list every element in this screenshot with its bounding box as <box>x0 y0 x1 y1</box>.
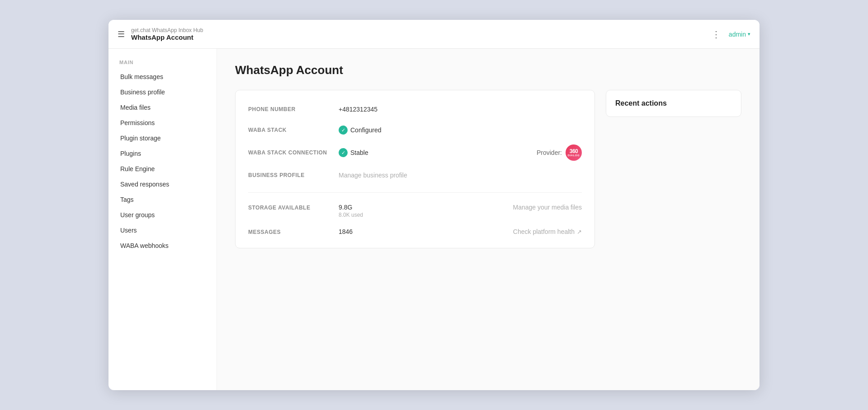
storage-value: 9.8G <box>339 204 363 211</box>
page-name: WhatsApp Account <box>131 33 203 41</box>
sidebar-section-label: MAIN <box>116 60 209 65</box>
configured-icon: ✓ <box>339 126 348 135</box>
hamburger-icon[interactable]: ☰ <box>118 30 125 38</box>
storage-row: Storage available 9.8G 8.0K used Manage … <box>248 204 582 218</box>
waba-connection-status: ✓ Stable <box>339 148 368 157</box>
header-right: ⋮ admin <box>712 29 750 40</box>
business-profile-row: Business Profile Manage business profile <box>248 169 582 182</box>
waba-stack-value: ✓ Configured <box>339 126 382 135</box>
provider-logo: 360 DIALOG <box>566 144 582 161</box>
sidebar-item-waba-webhooks[interactable]: WABA webhooks <box>116 238 209 253</box>
stable-icon: ✓ <box>339 148 348 157</box>
messages-row: Messages 1846 Check platform health ↗ <box>248 228 582 235</box>
waba-stack-row: WABA Stack ✓ Configured <box>248 124 582 136</box>
main-content: WhatsApp Account PHONE NUMBER +481231234… <box>217 49 760 390</box>
content-grid: PHONE NUMBER +4812312345 WABA Stack ✓ Co… <box>235 90 741 248</box>
provider-label: Provider: <box>537 149 562 156</box>
waba-stack-label: WABA Stack <box>248 127 339 133</box>
manage-media-text: Manage your media files <box>513 204 582 211</box>
header-left: ☰ get.chat WhatsApp Inbox Hub WhatsApp A… <box>118 27 203 41</box>
waba-stack-status: ✓ Configured <box>339 126 382 135</box>
sidebar-item-permissions[interactable]: Permissions <box>116 116 209 130</box>
sidebar-item-user-groups[interactable]: User groups <box>116 208 209 222</box>
sidebar-item-plugins[interactable]: Plugins <box>116 146 209 161</box>
sidebar-item-saved-responses[interactable]: Saved responses <box>116 177 209 191</box>
sidebar-item-business-profile[interactable]: Business profile <box>116 85 209 99</box>
waba-stack-connection-value: ✓ Stable <box>339 148 368 157</box>
sidebar-item-media-files[interactable]: Media files <box>116 100 209 115</box>
account-card: PHONE NUMBER +4812312345 WABA Stack ✓ Co… <box>235 90 595 248</box>
storage-value-block: 9.8G 8.0K used <box>339 204 363 218</box>
provider-word: DIALOG <box>568 154 580 157</box>
messages-label: Messages <box>248 228 339 235</box>
business-profile-label: Business Profile <box>248 172 339 178</box>
storage-label: Storage available <box>248 204 339 211</box>
phone-number-label: PHONE NUMBER <box>248 106 339 112</box>
header-titles: get.chat WhatsApp Inbox Hub WhatsApp Acc… <box>131 27 203 41</box>
phone-number-value: +4812312345 <box>339 106 377 113</box>
app-name: get.chat WhatsApp Inbox Hub <box>131 27 203 33</box>
recent-actions-title: Recent actions <box>615 99 667 107</box>
waba-stack-connection-row: WABA Stack Connection ✓ Stable Provider: <box>248 144 582 161</box>
sidebar-item-users[interactable]: Users <box>116 223 209 238</box>
waba-stack-status-text: Configured <box>350 126 382 134</box>
manage-media-link[interactable]: Manage your media files <box>513 204 582 211</box>
info-section: PHONE NUMBER +4812312345 WABA Stack ✓ Co… <box>248 103 582 193</box>
business-profile-value[interactable]: Manage business profile <box>339 172 407 179</box>
page-title: WhatsApp Account <box>235 63 741 77</box>
provider-info: Provider: 360 DIALOG <box>537 144 582 161</box>
phone-number-row: PHONE NUMBER +4812312345 <box>248 103 582 116</box>
sidebar-nav: Bulk messagesBusiness profileMedia files… <box>116 70 209 253</box>
waba-connection-status-text: Stable <box>350 149 368 156</box>
messages-value-block: 1846 <box>339 228 353 235</box>
waba-stack-connection-label: WABA Stack Connection <box>248 149 339 156</box>
provider-logo-text: 360 DIALOG <box>568 149 580 157</box>
sidebar-item-tags[interactable]: Tags <box>116 192 209 207</box>
storage-used: 8.0K used <box>339 212 363 218</box>
sidebar-item-bulk-messages[interactable]: Bulk messages <box>116 70 209 84</box>
sidebar-item-rule-engine[interactable]: Rule Engine <box>116 162 209 176</box>
body: MAIN Bulk messagesBusiness profileMedia … <box>108 49 760 390</box>
platform-health-link[interactable]: Check platform health ↗ <box>513 228 582 235</box>
external-link-icon: ↗ <box>577 228 582 235</box>
more-options-icon[interactable]: ⋮ <box>712 29 722 40</box>
app-window: ☰ get.chat WhatsApp Inbox Hub WhatsApp A… <box>108 20 760 390</box>
sidebar: MAIN Bulk messagesBusiness profileMedia … <box>108 49 217 390</box>
provider-num: 360 <box>570 149 578 154</box>
recent-actions-panel: Recent actions <box>606 90 741 248</box>
admin-menu[interactable]: admin <box>729 31 750 38</box>
recent-actions-card: Recent actions <box>606 90 741 117</box>
platform-health-text: Check platform health <box>513 228 575 235</box>
messages-value: 1846 <box>339 228 353 235</box>
sidebar-item-plugin-storage[interactable]: Plugin storage <box>116 131 209 145</box>
header: ☰ get.chat WhatsApp Inbox Hub WhatsApp A… <box>108 20 760 49</box>
metrics-section: Storage available 9.8G 8.0K used Manage … <box>248 204 582 235</box>
